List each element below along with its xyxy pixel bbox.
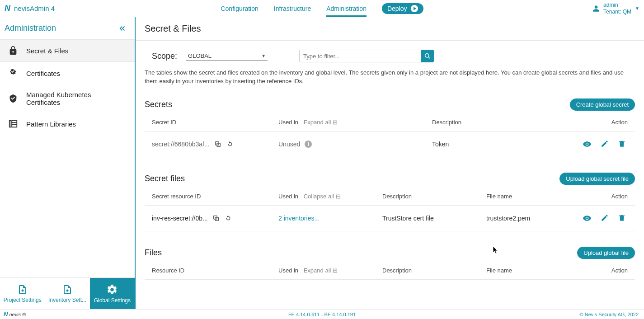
search-icon [424,53,431,59]
deploy-label: Deploy [387,5,407,12]
bottom-tabs: Project Settings Inventory Sett... Globa… [0,277,135,309]
user-menu[interactable]: admin Tenant: QM ▼ [592,2,639,15]
topbar: N nevisAdmin 4 Configuration Infrastruct… [0,0,644,17]
tab-inventory-settings[interactable]: Inventory Sett... [45,278,89,309]
collapse-icon: ⊟ [336,193,341,200]
upload-global-secret-file-button[interactable]: Upload global secret file [559,173,635,185]
info-icon[interactable]: i [305,141,312,148]
gear-file-icon [17,284,28,295]
col-used-in: Used in Expand all ⊞ [278,267,382,274]
scope-label: Scope: [152,52,177,61]
col-file-name: File name [486,267,564,274]
collapse-all-link[interactable]: Collapse all ⊟ [304,193,341,200]
col-used-in: Used in Collapse all ⊟ [278,193,382,200]
secret-id-cell: secret://6680bb3af... [152,140,278,148]
tab-global-settings[interactable]: Global Settings [90,278,135,309]
expand-icon: ⊞ [333,119,338,126]
help-text: The tables show the secret and files cre… [136,67,644,90]
top-nav: Configuration Infrastructure Administrat… [221,0,423,17]
nav-configuration[interactable]: Configuration [221,0,258,17]
create-global-secret-button[interactable]: Create global secret [570,99,635,111]
files-header: Files Upload global file [136,231,644,262]
sidebar-item-k8s-certs[interactable]: Managed Kubernetes Certificates [0,84,135,113]
scope-select[interactable]: GLOBAL ▼ [186,52,268,61]
file-name-cell: truststore2.pem [486,215,564,222]
col-file-name: File name [486,193,564,200]
delete-icon[interactable] [618,140,626,149]
delete-icon[interactable] [618,214,626,223]
svg-point-6 [425,54,429,57]
chevron-down-icon: ▼ [261,53,266,58]
col-description: Description [432,119,564,126]
filter-input[interactable] [299,50,421,62]
footer-copyright: © Nevis Security AG, 2022 [580,312,639,317]
gear-icon [106,284,118,296]
expand-all-link[interactable]: Expand all ⊞ [304,119,338,126]
secretfiles-header: Secret files Upload global secret file [136,157,644,188]
svg-line-7 [428,57,430,59]
play-icon [411,5,418,12]
table-row: secret://6680bb3af... Unused i Token [145,131,635,157]
description-cell: Token [432,141,564,148]
sidebar-item-certificates[interactable]: Certificates [0,62,135,84]
edit-icon[interactable] [601,140,609,149]
user-icon [592,5,600,12]
footer-version: FE 4.14.0-611 - BE 4.14.0.191 [288,312,356,317]
chevron-down-icon: ▼ [635,6,639,11]
page-title: Secret & Files [136,17,644,41]
deploy-button[interactable]: Deploy [382,3,423,14]
tab-project-settings[interactable]: Project Settings [0,278,45,309]
collapse-sidebar-icon[interactable] [118,24,127,33]
inventories-link[interactable]: 2 inventories... [278,215,320,222]
col-used-in: Used in Expand all ⊞ [278,119,432,126]
col-description: Description [382,193,486,200]
brand-text: nevisAdmin 4 [14,5,55,12]
footer: N nevis® FE 4.14.0-611 - BE 4.14.0.191 ©… [0,309,644,319]
bottom-tab-label: Global Settings [94,297,131,304]
view-icon[interactable] [583,214,592,223]
edit-icon[interactable] [601,214,609,223]
brand: N nevisAdmin 4 [0,4,136,13]
bottom-tab-label: Project Settings [4,297,42,303]
secrets-table: Secret ID Used in Expand all ⊞ Descripti… [145,113,635,157]
table-row: inv-res-secret://0b... 2 inventories... … [145,206,635,231]
bottom-tab-label: Inventory Sett... [48,297,86,303]
sidebar-item-pattern-libraries[interactable]: Pattern Libraries [0,113,135,135]
main-content: Secret & Files Scope: GLOBAL ▼ The table… [136,17,644,309]
view-icon[interactable] [583,140,592,149]
col-action: Action [564,119,628,126]
sidebar-item-label: Pattern Libraries [26,120,76,128]
copy-icon[interactable] [214,141,221,148]
nav-infrastructure[interactable]: Infrastructure [274,0,311,17]
action-cell [564,214,628,223]
files-table: Resource ID Used in Expand all ⊞ Descrip… [145,262,635,280]
sidebar-item-secret-files[interactable]: Secret & Files [0,39,135,62]
col-description: Description [382,267,486,274]
user-info: admin Tenant: QM [603,2,631,15]
expand-all-link[interactable]: Expand all ⊞ [304,267,338,274]
filter-search-button[interactable] [421,50,434,62]
logo-icon: N [5,4,10,13]
svg-rect-1 [12,121,17,127]
badge-icon [8,68,18,78]
library-icon [8,119,18,129]
copy-icon[interactable] [212,215,220,222]
rotate-icon[interactable] [224,214,232,222]
lock-icon [8,46,18,56]
files-thead: Resource ID Used in Expand all ⊞ Descrip… [145,262,635,280]
upload-global-file-button[interactable]: Upload global file [577,247,635,259]
used-in-cell: Unused i [278,141,432,148]
secret-resource-id: inv-res-secret://0b... [152,215,208,222]
rotate-icon[interactable] [226,140,234,148]
expand-icon: ⊞ [333,267,338,274]
files-title: Files [145,248,162,258]
nav-administration[interactable]: Administration [326,0,367,17]
used-in-cell: 2 inventories... [278,215,382,222]
sidebar-item-label: Certificates [26,70,60,77]
sidebar: Administration Secret & Files Certificat… [0,17,136,309]
logo-icon: N [4,311,8,318]
description-cell: TrustStore cert file [382,215,486,222]
user-name: admin [603,2,631,8]
svg-rect-0 [9,121,11,127]
secrets-header: Secrets Create global secret [136,90,644,113]
